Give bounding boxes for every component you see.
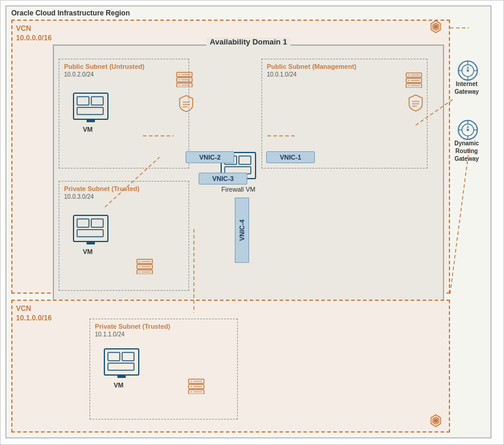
oci-region-label: Oracle Cloud Infrastructure Region (11, 9, 130, 17)
svg-rect-3 (77, 107, 103, 115)
svg-rect-53 (122, 352, 134, 361)
svg-rect-35 (87, 241, 95, 244)
firewall-label: Firewall VM (214, 186, 263, 193)
route-table-trusted-lower (188, 379, 205, 396)
subnet-private-trusted-upper-label: Private Subnet (Trusted) 10.0.3.0/24 (64, 185, 139, 201)
subnet-public-untrusted: Public Subnet (Untrusted) 10.0.2.0/24 (59, 59, 189, 169)
vcn-upper-label: VCN 10.0.0.0/16 (16, 24, 52, 43)
svg-marker-72 (467, 66, 469, 69)
svg-rect-54 (108, 363, 134, 370)
internet-gateway-item: Internet Gateway (448, 60, 486, 96)
subnet-public-management-label: Public Subnet (Management) 10.0.1.0/24 (267, 62, 356, 78)
route-table-untrusted (176, 72, 193, 90)
honeycomb-top-right (428, 20, 444, 39)
svg-rect-47 (239, 156, 251, 164)
svg-point-73 (467, 69, 469, 72)
vcn-lower-label: VCN 10.1.0.0/16 (16, 304, 52, 323)
vnic4-bar: VNIC-4 (235, 198, 249, 263)
vm-icon-trusted-lower (103, 348, 140, 379)
svg-rect-52 (108, 352, 120, 361)
vm-label-trusted-lower: VM (107, 382, 130, 389)
diagram-container: Oracle Cloud Infrastructure Region VCN 1… (0, 0, 504, 445)
svg-rect-2 (91, 97, 103, 105)
route-table-management (406, 72, 422, 90)
svg-marker-80 (467, 125, 469, 129)
svg-rect-5 (87, 119, 95, 122)
oci-region: Oracle Cloud Infrastructure Region VCN 1… (5, 5, 492, 438)
vnic4-label: VNIC-4 (238, 220, 245, 241)
security-list-untrusted (178, 94, 194, 115)
svg-rect-31 (77, 219, 89, 227)
vcn-lower: VCN 10.1.0.0/16 Private Subnet (Trusted)… (11, 300, 450, 433)
vcn-upper: VCN 10.0.0.0/16 Availability Domain 1 Pu… (11, 20, 450, 294)
vm-label-trusted-upper: VM (76, 248, 100, 255)
availability-domain-label: Availability Domain 1 (206, 37, 291, 46)
vnic3-label: VNIC-3 (199, 173, 247, 185)
svg-rect-33 (77, 230, 103, 237)
internet-gateway-label: Internet Gateway (448, 80, 486, 96)
vnic1-label: VNIC-1 (266, 151, 315, 163)
svg-rect-1 (77, 97, 89, 105)
subnet-private-trusted-lower-label: Private Subnet (Trusted) 10.1.1.0/24 (95, 322, 170, 338)
availability-domain: Availability Domain 1 Public Subnet (Unt… (53, 44, 444, 306)
route-table-trusted-upper (136, 259, 153, 276)
dynamic-routing-gateway-icon (457, 119, 476, 138)
svg-point-81 (467, 129, 469, 131)
svg-rect-56 (117, 375, 126, 378)
subnet-private-trusted-lower: Private Subnet (Trusted) 10.1.1.0/24 VM (90, 319, 238, 419)
internet-gateway-icon (457, 60, 476, 79)
dynamic-routing-gateway-label: Dynamic Routing Gateway (448, 139, 486, 163)
honeycomb-bottom-right (428, 414, 444, 433)
vm-icon-untrusted (72, 92, 109, 123)
svg-point-84 (434, 25, 438, 28)
svg-line-92 (450, 149, 469, 294)
security-list-management (408, 94, 423, 114)
vnic2-label: VNIC-2 (186, 151, 234, 163)
dynamic-routing-gateway-item: Dynamic Routing Gateway (448, 119, 486, 163)
subnet-public-untrusted-label: Public Subnet (Untrusted) 10.0.2.0/24 (64, 62, 145, 78)
svg-point-87 (434, 419, 438, 422)
vm-icon-trusted-upper (72, 214, 109, 245)
vm-label-untrusted: VM (76, 126, 100, 133)
subnet-private-trusted-upper: Private Subnet (Trusted) 10.0.3.0/24 (59, 181, 189, 291)
svg-rect-32 (91, 219, 103, 227)
